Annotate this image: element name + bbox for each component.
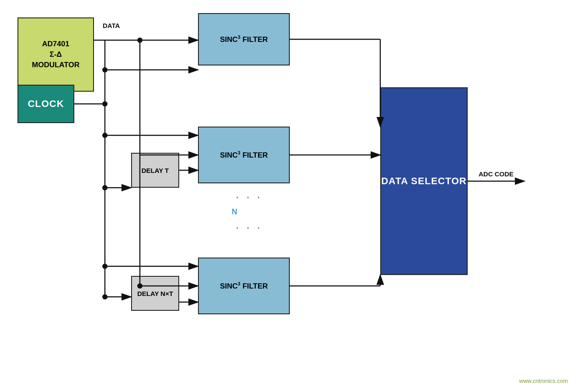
modulator-line2: Σ-Δ [32, 49, 80, 60]
svg-point-16 [102, 294, 108, 299]
sinc-filter-2-label: SINC3 FILTER [220, 150, 268, 160]
clock-block: CLOCK [17, 85, 74, 123]
svg-point-9 [102, 67, 108, 72]
svg-point-13 [102, 133, 108, 138]
delay-t-label: DELAY T [142, 167, 169, 174]
data-selector-label: DATA SELECTOR [381, 175, 467, 187]
n-label: N [232, 207, 237, 217]
sinc-filter-3: SINC3 FILTER [198, 258, 290, 314]
block-diagram: AD7401 Σ-Δ MODULATOR CLOCK SINC3 FILTER … [0, 0, 580, 392]
svg-point-2 [137, 38, 142, 43]
modulator-line3: MODULATOR [32, 60, 80, 70]
svg-point-22 [102, 264, 108, 269]
data-wire-label: DATA [103, 22, 120, 29]
data-selector-block: DATA SELECTOR [380, 87, 468, 275]
dots-upper: · · · [236, 192, 263, 203]
svg-point-6 [102, 101, 108, 107]
sinc-filter-3-label: SINC3 FILTER [220, 281, 268, 291]
sinc-filter-1-label: SINC3 FILTER [220, 34, 268, 44]
delay-nt-label: DELAY N×T [137, 290, 173, 297]
adc-code-label: ADC CODE [479, 170, 514, 178]
delay-nt-block: DELAY N×T [131, 276, 179, 311]
svg-point-11 [102, 185, 108, 190]
dots-lower: · · · [236, 223, 263, 234]
modulator-block: AD7401 Σ-Δ MODULATOR [17, 17, 94, 92]
sinc-filter-1: SINC3 FILTER [198, 13, 290, 65]
sinc-filter-2: SINC3 FILTER [198, 127, 290, 183]
clock-label: CLOCK [28, 98, 64, 110]
delay-t-block: DELAY T [131, 153, 179, 188]
modulator-line1: AD7401 [32, 39, 80, 49]
website-label: www.cntronics.com [519, 378, 568, 384]
